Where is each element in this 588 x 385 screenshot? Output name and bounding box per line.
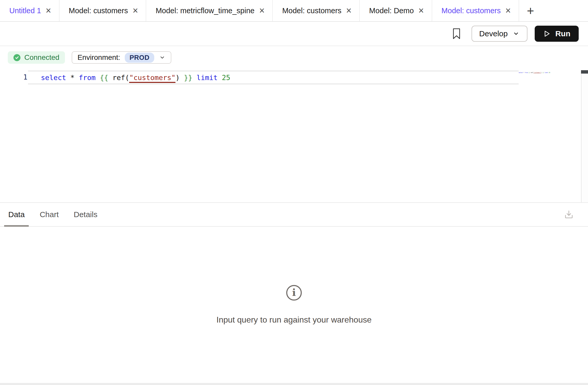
toolbar: Develop Run	[0, 22, 588, 46]
results-empty-state: i Input query to run against your wareho…	[0, 227, 588, 383]
ide-window: Untitled 1 × Model: customers × Model: m…	[0, 0, 588, 385]
tab-model-customers-2[interactable]: Model: customers ×	[273, 0, 360, 21]
environment-dropdown[interactable]: Environment: PROD	[72, 51, 171, 64]
chevron-down-icon	[512, 30, 520, 37]
info-icon-glyph: i	[292, 288, 296, 298]
connected-status-label: Connected	[24, 53, 59, 62]
close-icon[interactable]: ×	[418, 6, 424, 15]
tab-label: Model: customers	[442, 6, 501, 15]
empty-state-message: Input query to run against your warehous…	[216, 315, 371, 325]
line-number: 1	[0, 73, 27, 81]
play-icon	[543, 30, 551, 38]
download-icon	[563, 209, 575, 220]
close-icon[interactable]: ×	[346, 6, 351, 15]
run-button-label: Run	[555, 29, 570, 38]
plus-icon: +	[527, 4, 534, 18]
tab-model-metricflow-time-spine[interactable]: Model: metricflow_time_spine ×	[146, 0, 273, 21]
close-icon[interactable]: ×	[505, 6, 511, 15]
tab-details-label: Details	[74, 210, 98, 219]
tab-label: Model: metricflow_time_spine	[156, 6, 254, 15]
tab-label: Model: customers	[282, 6, 341, 15]
editor-minimap[interactable]: select * from {{ ref("customers") }} lim…	[519, 72, 563, 81]
editor-tab-bar: Untitled 1 × Model: customers × Model: m…	[0, 0, 588, 22]
bookmark-icon[interactable]	[452, 28, 461, 40]
develop-button[interactable]: Develop	[472, 26, 527, 42]
download-results-button[interactable]	[563, 209, 575, 220]
close-icon[interactable]: ×	[259, 6, 264, 15]
tab-data-label: Data	[8, 210, 25, 219]
info-icon: i	[286, 285, 302, 301]
tab-chart[interactable]: Chart	[40, 203, 58, 226]
results-tab-bar: Data Chart Details	[0, 202, 588, 227]
minimap-code-line: select * from {{ ref("customers") }} lim…	[519, 72, 539, 73]
tab-untitled-1[interactable]: Untitled 1 ×	[0, 0, 60, 21]
code-line-content: select * from {{ ref("customers") }} lim…	[28, 74, 230, 82]
chevron-down-icon	[159, 54, 166, 61]
tab-label: Model: customers	[69, 6, 128, 15]
tab-label: Untitled 1	[9, 6, 41, 15]
tab-model-customers-1[interactable]: Model: customers ×	[60, 0, 146, 21]
tab-model-demo[interactable]: Model: Demo ×	[360, 0, 432, 21]
run-button[interactable]: Run	[535, 26, 579, 42]
active-code-line[interactable]: select * from {{ ref("customers") }} lim…	[28, 70, 519, 84]
tab-details[interactable]: Details	[74, 203, 98, 226]
tab-chart-label: Chart	[40, 210, 58, 219]
tab-model-customers-3[interactable]: Model: customers ×	[432, 0, 519, 21]
develop-button-label: Develop	[479, 29, 508, 38]
environment-label: Environment:	[77, 53, 120, 62]
environment-value-badge: PROD	[125, 53, 154, 63]
close-icon[interactable]: ×	[46, 6, 51, 15]
editor-vertical-scrollbar[interactable]	[581, 70, 588, 202]
new-tab-button[interactable]: +	[519, 0, 542, 21]
ref-customers-link[interactable]: "customers"	[129, 74, 175, 83]
horizontal-scrollbar-track[interactable]	[0, 383, 588, 385]
connection-status-row: Connected Environment: PROD	[0, 46, 588, 69]
check-circle-icon	[13, 54, 20, 61]
close-icon[interactable]: ×	[133, 6, 138, 15]
scrollbar-thumb[interactable]	[581, 70, 588, 74]
sql-editor[interactable]: 1 select * from {{ ref("customers") }} l…	[0, 69, 588, 202]
tab-label: Model: Demo	[369, 6, 414, 15]
connected-status-badge: Connected	[8, 51, 65, 64]
tab-data[interactable]: Data	[8, 203, 25, 226]
